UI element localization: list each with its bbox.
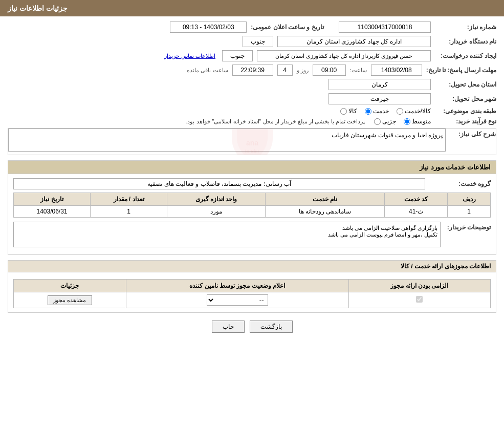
license-section: اطلاعات مجوزهای ارائه خدمت / کالا الزامی… [8, 260, 496, 313]
license-section-body: الزامی بودن ارائه مجوز اعلام وضعیت مجوز … [8, 272, 496, 312]
process-jozii-label: جزیی [382, 118, 396, 125]
col-header-qty: تعداد / مقدار [91, 193, 167, 206]
process-motevaset-label: متوسط [412, 118, 431, 125]
deadline-time-label: ساعت: [350, 67, 367, 74]
process-jozii[interactable]: جزیی [374, 118, 396, 125]
category-kala-radio[interactable] [340, 108, 347, 115]
need-description-row: شرح کلی نیاز: پروژه احیا و مرمت قنوات شه… [8, 129, 496, 152]
service-group-label: گروه خدمت: [429, 180, 491, 187]
view-license-button[interactable]: مشاهده مجوز [48, 295, 92, 305]
license-status-cell: -- [126, 292, 348, 308]
buyer-org-row: نام دستگاه خریدار: اداره کل جهاد کشاورزی… [8, 36, 496, 47]
process-motevaset[interactable]: متوسط [404, 118, 431, 125]
buyer-notes-textarea: بارگزاری گواهی صلاحیت الزامی می باشد تکم… [13, 222, 441, 247]
buyer-notes-row: توضیحات خریدار: بارگزاری گواهی صلاحیت ال… [13, 222, 491, 247]
creator-row: ایجاد کننده درخواست: حسن فیروزی کاربرداز… [8, 50, 496, 61]
license-section-header: اطلاعات مجوزهای ارائه خدمت / کالا [8, 261, 496, 272]
creator-contact-link[interactable]: اطلاعات تماس خریدار [164, 53, 215, 59]
page-header: جزئیات اطلاعات نیاز [0, 0, 504, 16]
services-section-body: گروه خدمت: آب رسانی؛ مدیریت پسماند، فاضل… [8, 174, 496, 254]
process-radio-group: جزیی متوسط [374, 118, 431, 125]
col-header-date: تاریخ نیاز [14, 193, 91, 206]
license-col-status: اعلام وضعیت مجوز توسط نامین کننده [126, 280, 348, 292]
category-radio-group: کالا خدمت کالا/خدمت [340, 108, 431, 115]
license-status-select[interactable]: -- [207, 294, 268, 306]
need-description-label: شرح کلی نیاز: [450, 129, 496, 138]
buyer-notes-label: توضیحات خریدار: [445, 222, 491, 231]
category-khedmat-radio[interactable] [365, 108, 371, 115]
need-number-value: 1103004317000018 [339, 22, 431, 33]
category-option-kala[interactable]: کالا [340, 108, 357, 115]
creator-region: جنوب [222, 50, 253, 61]
province-label: استان محل تحویل: [435, 81, 496, 88]
col-header-unit: واحد اندازه گیری [167, 193, 265, 206]
table-row: 1 ث-41 ساماندهی رودخانه ها مورد 1 1403/0… [14, 206, 491, 218]
category-option-kala-khedmat[interactable]: کالا/خدمت [397, 108, 431, 115]
process-type-row: نوع فرآیند خرید: جزیی متوسط پرداخت تمام … [8, 118, 496, 125]
license-details-cell: مشاهده مجوز [14, 292, 126, 308]
deadline-days: 4 [277, 65, 293, 76]
services-table: ردیف کد خدمت نام خدمت واحد اندازه گیری ت… [13, 193, 491, 218]
category-row: طبقه بندی موضوعی: کالا خدمت کالا/خدمت [8, 108, 496, 115]
cell-name: ساماندهی رودخانه ها [266, 206, 385, 218]
cell-date: 1403/06/31 [14, 206, 91, 218]
buyer-org-label: نام دستگاه خریدار: [435, 38, 496, 45]
deadline-remaining-label: ساعت باقی مانده [187, 67, 228, 74]
deadline-label: مهلت ارسال پاسخ: تا تاریخ: [426, 67, 496, 74]
need-description-section: ana tender شرح کلی نیاز: پروژه احیا و مر… [8, 128, 496, 155]
category-option-khedmat[interactable]: خدمت [365, 108, 389, 115]
deadline-date: 1403/02/08 [371, 65, 422, 76]
city-label: شهر محل تحویل: [435, 95, 496, 102]
footer-buttons: بازگشت چاپ [8, 321, 496, 333]
col-header-name: نام خدمت [266, 193, 385, 206]
deadline-days-label: روز و [297, 67, 309, 74]
category-kala-khedmat-radio[interactable] [397, 108, 403, 115]
back-button[interactable]: بازگشت [250, 321, 293, 333]
license-table-row: -- مشاهده مجوز [14, 292, 491, 308]
license-col-required: الزامی بودن ارائه مجوز [348, 280, 490, 292]
need-number-label: شماره نیاز: [435, 24, 496, 31]
services-section-header: اطلاعات خدمات مورد نیاز [8, 161, 496, 174]
deadline-remaining: 22:09:39 [232, 65, 273, 76]
license-section-title: اطلاعات مجوزهای ارائه خدمت / کالا [401, 263, 491, 270]
process-motevaset-radio[interactable] [404, 118, 410, 125]
page-title: جزئیات اطلاعات نیاز [8, 4, 68, 12]
service-group-value: آب رسانی؛ مدیریت پسماند، فاضلاب و فعالیت… [13, 178, 425, 189]
main-content: شماره نیاز: 1103004317000018 تاریخ و ساع… [0, 16, 504, 346]
buyer-org-region: جنوب [243, 36, 273, 47]
cell-qty: 1 [91, 206, 167, 218]
announce-datetime-value: 1403/02/03 - 09:13 [170, 22, 247, 33]
process-jozii-radio[interactable] [374, 118, 381, 125]
province-row: استان محل تحویل: کرمان [8, 79, 496, 90]
need-description-textarea: پروژه احیا و مرمت قنوات شهرستان فاریاب [8, 129, 446, 152]
license-required-checkbox [416, 296, 423, 303]
license-col-details: جزئیات [14, 280, 126, 292]
city-row: شهر محل تحویل: جیرفت [8, 93, 496, 104]
license-required-cell [348, 292, 490, 308]
cell-row: 1 [448, 206, 491, 218]
print-button[interactable]: چاپ [212, 321, 245, 333]
services-section: اطلاعات خدمات مورد نیاز گروه خدمت: آب رس… [8, 160, 496, 255]
col-header-row: ردیف [448, 193, 491, 206]
cell-code: ث-41 [385, 206, 448, 218]
buyer-org-value: اداره کل جهاد کشاورزی استان کرمان [277, 36, 431, 47]
category-kala-khedmat-label: کالا/خدمت [405, 108, 431, 115]
license-table: الزامی بودن ارائه مجوز اعلام وضعیت مجوز … [13, 279, 491, 308]
announce-datetime-label: تاریخ و ساعت اعلان عمومی: [251, 24, 323, 31]
creator-value: حسن فیروزی کاربرداز اداره کل جهاد کشاورز… [257, 50, 431, 61]
deadline-time: 09:00 [313, 65, 346, 76]
process-type-label: نوع فرآیند خرید: [435, 118, 496, 125]
process-note: پرداخت تمام یا بخشی از مبلغ خریدار از مح… [8, 118, 365, 125]
province-value: کرمان [328, 79, 431, 90]
creator-label: ایجاد کننده درخواست: [435, 52, 496, 59]
service-group-row: گروه خدمت: آب رسانی؛ مدیریت پسماند، فاضل… [13, 178, 491, 189]
city-value: جیرفت [328, 93, 431, 104]
deadline-row: مهلت ارسال پاسخ: تا تاریخ: 1403/02/08 سا… [8, 65, 496, 76]
category-label: طبقه بندی موضوعی: [435, 108, 496, 115]
need-number-row: شماره نیاز: 1103004317000018 تاریخ و ساع… [8, 22, 496, 33]
category-khedmat-label: خدمت [373, 108, 389, 115]
col-header-code: کد خدمت [385, 193, 448, 206]
category-kala-label: کالا [348, 108, 357, 115]
services-section-title: اطلاعات خدمات مورد نیاز [420, 163, 491, 171]
cell-unit: مورد [167, 206, 265, 218]
